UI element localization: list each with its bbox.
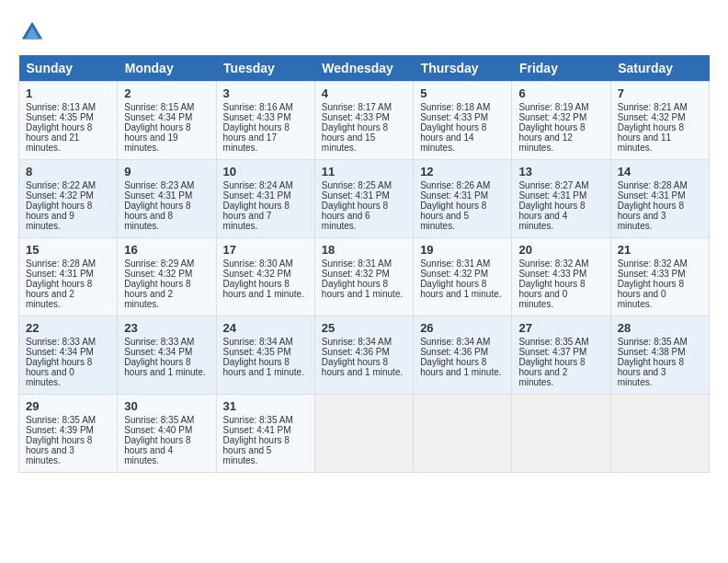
sunset-label: Sunset: 4:31 PM [420, 190, 488, 201]
calendar-cell [414, 395, 512, 473]
day-number: 5 [420, 86, 505, 100]
sunset-label: Sunset: 4:33 PM [518, 269, 586, 279]
daylight-label: Daylight hours 8 hours and 4 minutes. [518, 201, 585, 231]
sunrise-label: Sunrise: 8:23 AM [124, 180, 194, 190]
daylight-label: Daylight hours 8 hours and 1 minute. [223, 357, 304, 377]
sunset-label: Sunset: 4:32 PM [322, 269, 390, 279]
logo-icon [18, 18, 46, 46]
header-day: Wednesday [314, 55, 413, 82]
daylight-label: Daylight hours 8 hours and 4 minutes. [124, 435, 190, 465]
daylight-label: Daylight hours 8 hours and 3 minutes. [618, 201, 684, 231]
calendar-week-row: 8 Sunrise: 8:22 AM Sunset: 4:32 PM Dayli… [19, 160, 710, 238]
calendar-cell: 2 Sunrise: 8:15 AM Sunset: 4:34 PM Dayli… [118, 82, 216, 160]
daylight-label: Daylight hours 8 hours and 14 minutes. [420, 122, 486, 153]
header-day: Monday [118, 55, 216, 82]
day-number: 7 [618, 86, 702, 100]
day-number: 28 [618, 321, 702, 335]
sunrise-label: Sunrise: 8:13 AM [26, 102, 96, 112]
day-number: 13 [518, 165, 603, 178]
day-number: 10 [223, 165, 308, 178]
calendar-cell: 13 Sunrise: 8:27 AM Sunset: 4:31 PM Dayl… [512, 160, 610, 238]
daylight-label: Daylight hours 8 hours and 1 minute. [322, 279, 403, 299]
calendar-week-row: 1 Sunrise: 8:13 AM Sunset: 4:35 PM Dayli… [19, 82, 710, 160]
calendar-cell: 12 Sunrise: 8:26 AM Sunset: 4:31 PM Dayl… [414, 160, 512, 238]
sunrise-label: Sunrise: 8:35 AM [518, 337, 588, 347]
daylight-label: Daylight hours 8 hours and 0 minutes. [26, 357, 92, 387]
header-day: Tuesday [216, 55, 314, 82]
calendar-cell: 5 Sunrise: 8:18 AM Sunset: 4:33 PM Dayli… [414, 82, 512, 160]
sunrise-label: Sunrise: 8:35 AM [26, 415, 96, 425]
calendar-cell: 26 Sunrise: 8:34 AM Sunset: 4:36 PM Dayl… [414, 316, 512, 395]
sunrise-label: Sunrise: 8:17 AM [322, 102, 392, 112]
daylight-label: Daylight hours 8 hours and 1 minute. [420, 357, 501, 377]
sunset-label: Sunset: 4:36 PM [420, 347, 488, 357]
calendar-cell: 19 Sunrise: 8:31 AM Sunset: 4:32 PM Dayl… [414, 238, 512, 316]
calendar-cell: 15 Sunrise: 8:28 AM Sunset: 4:31 PM Dayl… [19, 238, 118, 316]
sunset-label: Sunset: 4:35 PM [26, 112, 94, 122]
daylight-label: Daylight hours 8 hours and 2 minutes. [518, 357, 585, 387]
header-day: Thursday [414, 55, 512, 82]
day-number: 2 [124, 86, 209, 100]
day-number: 12 [420, 165, 505, 178]
sunset-label: Sunset: 4:32 PM [26, 190, 94, 201]
daylight-label: Daylight hours 8 hours and 7 minutes. [223, 201, 290, 231]
day-number: 1 [26, 86, 110, 100]
calendar-cell: 30 Sunrise: 8:35 AM Sunset: 4:40 PM Dayl… [118, 395, 216, 473]
sunrise-label: Sunrise: 8:31 AM [322, 259, 392, 269]
sunrise-label: Sunrise: 8:30 AM [223, 259, 293, 269]
page-header [18, 18, 710, 46]
sunrise-label: Sunrise: 8:25 AM [322, 180, 392, 190]
sunrise-label: Sunrise: 8:32 AM [518, 259, 588, 269]
calendar-cell [610, 395, 709, 473]
calendar-cell: 29 Sunrise: 8:35 AM Sunset: 4:39 PM Dayl… [19, 395, 118, 473]
day-number: 16 [124, 243, 209, 257]
daylight-label: Daylight hours 8 hours and 19 minutes. [124, 122, 190, 153]
day-number: 23 [124, 321, 209, 335]
daylight-label: Daylight hours 8 hours and 0 minutes. [618, 279, 684, 309]
calendar-table: SundayMondayTuesdayWednesdayThursdayFrid… [18, 55, 710, 473]
sunrise-label: Sunrise: 8:31 AM [420, 259, 490, 269]
sunset-label: Sunset: 4:31 PM [322, 190, 390, 201]
calendar-cell: 21 Sunrise: 8:32 AM Sunset: 4:33 PM Dayl… [610, 238, 709, 316]
day-number: 25 [322, 321, 406, 335]
sunset-label: Sunset: 4:32 PM [618, 112, 686, 122]
day-number: 17 [223, 243, 308, 257]
day-number: 30 [124, 399, 209, 413]
sunset-label: Sunset: 4:33 PM [618, 269, 686, 279]
day-number: 3 [223, 86, 308, 100]
calendar-week-row: 22 Sunrise: 8:33 AM Sunset: 4:34 PM Dayl… [19, 316, 710, 395]
day-number: 26 [420, 321, 505, 335]
day-number: 21 [618, 243, 702, 257]
sunset-label: Sunset: 4:38 PM [618, 347, 686, 357]
daylight-label: Daylight hours 8 hours and 2 minutes. [26, 279, 92, 309]
day-number: 27 [518, 321, 603, 335]
sunrise-label: Sunrise: 8:29 AM [124, 259, 194, 269]
calendar-cell: 24 Sunrise: 8:34 AM Sunset: 4:35 PM Dayl… [216, 316, 314, 395]
calendar-week-row: 29 Sunrise: 8:35 AM Sunset: 4:39 PM Dayl… [19, 395, 710, 473]
calendar-cell: 8 Sunrise: 8:22 AM Sunset: 4:32 PM Dayli… [19, 160, 118, 238]
sunrise-label: Sunrise: 8:15 AM [124, 102, 194, 112]
sunrise-label: Sunrise: 8:34 AM [420, 337, 490, 347]
daylight-label: Daylight hours 8 hours and 21 minutes. [26, 122, 92, 153]
daylight-label: Daylight hours 8 hours and 8 minutes. [124, 201, 190, 231]
calendar-cell: 11 Sunrise: 8:25 AM Sunset: 4:31 PM Dayl… [314, 160, 413, 238]
calendar-cell: 23 Sunrise: 8:33 AM Sunset: 4:34 PM Dayl… [118, 316, 216, 395]
daylight-label: Daylight hours 8 hours and 1 minute. [124, 357, 205, 377]
logo [18, 18, 50, 46]
daylight-label: Daylight hours 8 hours and 1 minute. [322, 357, 403, 377]
daylight-label: Daylight hours 8 hours and 1 minute. [223, 279, 304, 299]
sunset-label: Sunset: 4:36 PM [322, 347, 390, 357]
sunrise-label: Sunrise: 8:19 AM [518, 102, 588, 112]
calendar-cell: 20 Sunrise: 8:32 AM Sunset: 4:33 PM Dayl… [512, 238, 610, 316]
sunrise-label: Sunrise: 8:21 AM [618, 102, 688, 112]
sunset-label: Sunset: 4:32 PM [124, 269, 192, 279]
day-number: 18 [322, 243, 406, 257]
calendar-cell: 3 Sunrise: 8:16 AM Sunset: 4:33 PM Dayli… [216, 82, 314, 160]
calendar-cell: 7 Sunrise: 8:21 AM Sunset: 4:32 PM Dayli… [610, 82, 709, 160]
daylight-label: Daylight hours 8 hours and 6 minutes. [322, 201, 388, 231]
daylight-label: Daylight hours 8 hours and 12 minutes. [518, 122, 585, 153]
sunrise-label: Sunrise: 8:24 AM [223, 180, 293, 190]
daylight-label: Daylight hours 8 hours and 2 minutes. [124, 279, 190, 309]
calendar-cell: 31 Sunrise: 8:35 AM Sunset: 4:41 PM Dayl… [216, 395, 314, 473]
calendar-cell: 28 Sunrise: 8:35 AM Sunset: 4:38 PM Dayl… [610, 316, 709, 395]
